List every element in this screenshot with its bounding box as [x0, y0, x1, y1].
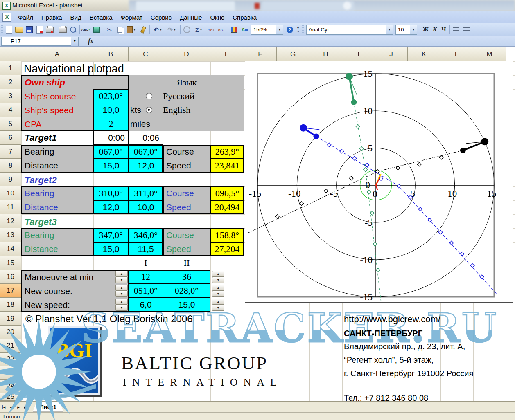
permission-button[interactable]: [35, 25, 44, 34]
row-header-15[interactable]: 15: [0, 256, 21, 270]
t3-bearing-0[interactable]: 347,0°: [93, 228, 129, 242]
new-button[interactable]: [4, 25, 14, 34]
chart-wizard-button[interactable]: [230, 25, 239, 34]
column-header-E[interactable]: E: [210, 47, 244, 61]
t1-bearing-0[interactable]: 067,0°: [93, 145, 129, 159]
mail-button[interactable]: [45, 25, 54, 34]
t1-distance-0[interactable]: 15,0: [93, 159, 129, 173]
newcourse-spinner-left[interactable]: ▲▼: [115, 285, 128, 297]
row-header-23[interactable]: 23: [0, 366, 21, 380]
row-header-24[interactable]: 24: [0, 380, 21, 393]
manoeuvre-min-1[interactable]: 12: [129, 270, 163, 284]
column-header-B[interactable]: B: [93, 47, 129, 61]
open-button[interactable]: [14, 25, 24, 34]
format-painter-button[interactable]: [138, 25, 148, 34]
column-header-L[interactable]: L: [440, 47, 473, 61]
insert-function-button[interactable]: fx: [88, 38, 93, 45]
t1-distance-6[interactable]: 12,0: [129, 159, 163, 173]
align-center-button[interactable]: [462, 25, 471, 34]
name-box-dropdown-arrow[interactable]: ▼: [71, 37, 79, 46]
menu-file[interactable]: Файл: [14, 12, 37, 22]
bold-button[interactable]: Ж: [422, 25, 430, 34]
paste-button[interactable]: ▼: [125, 25, 138, 34]
toolbar-handle[interactable]: [1, 25, 3, 34]
t3-distance-6[interactable]: 11,5: [129, 242, 163, 256]
column-header-K[interactable]: K: [408, 47, 440, 61]
toolbar-options-button[interactable]: ▾»: [295, 25, 301, 34]
menu-view[interactable]: Вид: [66, 12, 86, 22]
row-header-2[interactable]: 2: [0, 75, 21, 89]
autosum-button[interactable]: Σ▼: [192, 25, 206, 34]
row-header-25[interactable]: 25: [0, 393, 21, 401]
row-header-7[interactable]: 7: [0, 145, 21, 159]
newspeed-2[interactable]: 15,0: [163, 298, 210, 312]
zoom-combobox[interactable]: 150% ▼: [251, 25, 283, 35]
font-name-dropdown-arrow[interactable]: ▼: [386, 25, 393, 34]
column-header-G[interactable]: G: [277, 47, 309, 61]
row-header-4[interactable]: 4: [0, 103, 21, 117]
zoom-dropdown-arrow[interactable]: ▼: [276, 25, 283, 34]
column-header-A[interactable]: A: [21, 47, 93, 61]
menu-edit[interactable]: Правка: [37, 12, 66, 22]
cut-button[interactable]: ✂: [105, 25, 114, 34]
footer-url[interactable]: http://www.bgicrew.com/: [344, 314, 440, 325]
column-header-I[interactable]: I: [342, 47, 375, 61]
worksheet-grid[interactable]: ABCDEFGHIJKLM 12345678910111213141516171…: [0, 47, 515, 401]
newspeed-spinner-right[interactable]: ▲▼: [212, 299, 224, 311]
row-header-10[interactable]: 10: [0, 186, 21, 200]
row-header-18[interactable]: 18: [0, 298, 21, 312]
menu-help[interactable]: Справка: [228, 12, 261, 22]
row-header-22[interactable]: 22: [0, 353, 21, 366]
row-header-12[interactable]: 12: [0, 214, 21, 228]
menu-data[interactable]: Данные: [176, 12, 206, 22]
row-header-6[interactable]: 6: [0, 131, 21, 145]
radio-russian[interactable]: [146, 93, 152, 99]
newspeed-spinner-left[interactable]: ▲▼: [115, 299, 128, 311]
row-header-14[interactable]: 14: [0, 242, 21, 256]
menu-tools[interactable]: Сервис: [147, 12, 176, 22]
underline-button[interactable]: Ч: [440, 25, 448, 34]
next-sheet-button[interactable]: ▸: [15, 404, 22, 410]
undo-button[interactable]: ↶▼: [151, 25, 165, 34]
plot-chart[interactable]: 15105-5-10-15-15-10-55101500: [245, 61, 513, 303]
t2-distance-0[interactable]: 12,0: [93, 200, 129, 214]
newcourse-spinner-right[interactable]: ▲▼: [212, 285, 224, 297]
sheet-tab[interactable]: Лист1: [33, 402, 63, 412]
manoeuvre-spinner-left[interactable]: ▲▼: [115, 271, 128, 283]
drawing-button[interactable]: A: [240, 25, 249, 34]
print-button[interactable]: [58, 25, 68, 34]
font-size-combobox[interactable]: 10 ▼: [395, 25, 417, 35]
row-header-19[interactable]: 19: [0, 312, 21, 326]
select-all-corner[interactable]: [0, 47, 21, 61]
manoeuvre-spinner-right[interactable]: ▲▼: [212, 271, 224, 283]
column-header-M[interactable]: M: [473, 47, 506, 61]
manoeuvre-min-2[interactable]: 36: [163, 270, 210, 284]
spelling-button[interactable]: ABC✓: [81, 25, 91, 34]
newspeed-1[interactable]: 6,0: [129, 298, 163, 312]
align-left-button[interactable]: [452, 25, 461, 34]
name-box[interactable]: P17 ▼: [1, 37, 72, 46]
research-button[interactable]: [92, 25, 101, 34]
sort-descending-button[interactable]: ЯА↓: [217, 25, 226, 34]
column-header-H[interactable]: H: [309, 47, 342, 61]
newcourse-2[interactable]: 028,0°: [163, 284, 210, 298]
t2-bearing-6[interactable]: 311,0°: [129, 186, 163, 200]
row-header-21[interactable]: 21: [0, 339, 21, 353]
language-english-label[interactable]: English: [163, 103, 216, 117]
column-header-J[interactable]: J: [375, 47, 408, 61]
toolbar-handle[interactable]: [302, 25, 304, 34]
row-header-9[interactable]: 9: [0, 173, 21, 186]
t3-distance-0[interactable]: 15,0: [93, 242, 129, 256]
ships-course-cell[interactable]: 023,0°: [93, 89, 129, 103]
t2-distance-6[interactable]: 10,0: [129, 200, 163, 214]
language-russian-label[interactable]: Русский: [163, 89, 216, 103]
help-button[interactable]: ?: [285, 25, 294, 34]
font-name-combobox[interactable]: Arial Cyr ▼: [306, 25, 393, 35]
italic-button[interactable]: К: [431, 25, 439, 34]
font-size-dropdown-arrow[interactable]: ▼: [410, 25, 417, 34]
last-sheet-button[interactable]: ▸|: [22, 404, 29, 410]
row-header-8[interactable]: 8: [0, 159, 21, 173]
column-header-C[interactable]: C: [129, 47, 163, 61]
row-header-3[interactable]: 3: [0, 89, 21, 103]
newcourse-1[interactable]: 051,0°: [129, 284, 163, 298]
